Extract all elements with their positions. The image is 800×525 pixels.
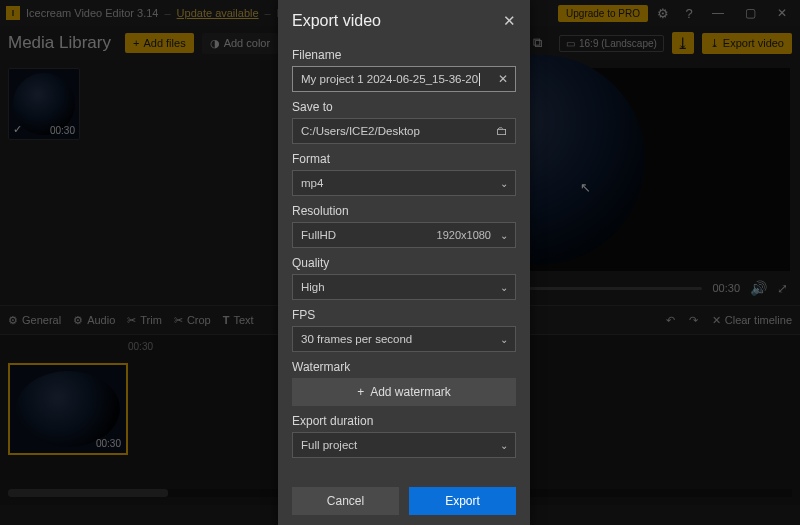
fps-select[interactable]: 30 frames per second ⌄ (292, 326, 516, 352)
separator: – (265, 7, 271, 19)
export-icon-button[interactable]: ⤓ (672, 32, 694, 54)
chevron-down-icon: ⌄ (500, 282, 508, 293)
upgrade-button[interactable]: Upgrade to PRO (558, 5, 648, 22)
add-watermark-button[interactable]: + Add watermark (292, 378, 516, 406)
plus-icon: + (133, 37, 139, 49)
audio-tool[interactable]: ⚙Audio (73, 314, 115, 327)
filename-input[interactable]: My project 1 2024-06-25_15-36-20 ✕ (292, 66, 516, 92)
format-label: Format (292, 152, 516, 166)
dialog-close-button[interactable]: ✕ (503, 12, 516, 30)
filename-label: Filename (292, 48, 516, 62)
redo-icon[interactable]: ↷ (689, 314, 698, 327)
undo-icon[interactable]: ↶ (666, 314, 675, 327)
scrollbar-thumb[interactable] (8, 489, 168, 497)
help-icon[interactable]: ? (678, 0, 700, 26)
resolution-label: Resolution (292, 204, 516, 218)
export-dialog: Export video ✕ Filename My project 1 202… (278, 0, 530, 525)
duration-select[interactable]: Full project ⌄ (292, 432, 516, 458)
minimize-button[interactable]: — (704, 0, 732, 26)
timeline-clip[interactable]: 00:30 (8, 363, 128, 455)
close-icon: ✕ (712, 314, 721, 327)
clear-icon[interactable]: ✕ (498, 72, 508, 86)
duration-label: Export duration (292, 414, 516, 428)
quality-label: Quality (292, 256, 516, 270)
ruler-tick: 00:30 (128, 341, 153, 352)
dialog-title: Export video (292, 12, 381, 30)
folder-icon[interactable]: 🗀 (496, 124, 508, 138)
mouse-cursor: ↖ (580, 180, 591, 195)
resolution-select[interactable]: FullHD 1920x1080 ⌄ (292, 222, 516, 248)
update-link[interactable]: Update available (177, 7, 259, 19)
resolution-px: 1920x1080 (437, 229, 491, 241)
export-button[interactable]: Export (409, 487, 516, 515)
chevron-down-icon: ⌄ (500, 334, 508, 345)
quality-select[interactable]: High ⌄ (292, 274, 516, 300)
crop-icon: ✂ (174, 314, 183, 327)
thumbnail-duration: 00:30 (50, 125, 75, 136)
media-library: ✓ 00:30 (0, 60, 280, 305)
clear-timeline-button[interactable]: ✕Clear timeline (712, 314, 792, 327)
scissors-icon: ✂ (127, 314, 136, 327)
media-thumbnail[interactable]: ✓ 00:30 (8, 68, 80, 140)
cancel-button[interactable]: Cancel (292, 487, 399, 515)
fullscreen-icon[interactable]: ⤢ (777, 281, 788, 296)
maximize-button[interactable]: ▢ (736, 0, 764, 26)
clip-thumbnail (16, 371, 120, 447)
library-title: Media Library (8, 33, 111, 53)
separator: – (164, 7, 170, 19)
gear-icon: ⚙ (8, 314, 18, 327)
add-files-button[interactable]: +Add files (125, 33, 194, 53)
saveto-input[interactable]: C:/Users/ICE2/Desktop 🗀 (292, 118, 516, 144)
crop-tool[interactable]: ✂Crop (174, 314, 211, 327)
saveto-label: Save to (292, 100, 516, 114)
text-tool[interactable]: TText (223, 314, 254, 326)
fps-label: FPS (292, 308, 516, 322)
app-name: Icecream Video Editor 3.14 (26, 7, 158, 19)
add-color-button[interactable]: ◑Add color (202, 33, 278, 54)
volume-icon[interactable]: 🔊 (750, 280, 767, 296)
plus-icon: + (357, 385, 364, 399)
format-select[interactable]: mp4 ⌄ (292, 170, 516, 196)
palette-icon: ◑ (210, 37, 220, 50)
close-button[interactable]: ✕ (768, 0, 796, 26)
chevron-down-icon: ⌄ (500, 230, 508, 241)
gear-icon[interactable]: ⚙ (652, 0, 674, 26)
trim-tool[interactable]: ✂Trim (127, 314, 162, 327)
aspect-icon: ▭ (566, 38, 575, 49)
export-video-button[interactable]: ⤓Export video (702, 33, 792, 54)
app-icon: I (6, 6, 20, 20)
clip-duration: 00:30 (96, 438, 121, 449)
check-icon: ✓ (13, 123, 22, 136)
text-icon: T (223, 314, 230, 326)
general-tool[interactable]: ⚙General (8, 314, 61, 327)
chevron-down-icon: ⌄ (500, 178, 508, 189)
audio-icon: ⚙ (73, 314, 83, 327)
chevron-down-icon: ⌄ (500, 440, 508, 451)
time-total: 00:30 (712, 282, 740, 294)
export-icon: ⤓ (710, 37, 719, 50)
aspect-ratio-selector[interactable]: ▭16:9 (Landscape) (559, 35, 664, 52)
watermark-label: Watermark (292, 360, 516, 374)
